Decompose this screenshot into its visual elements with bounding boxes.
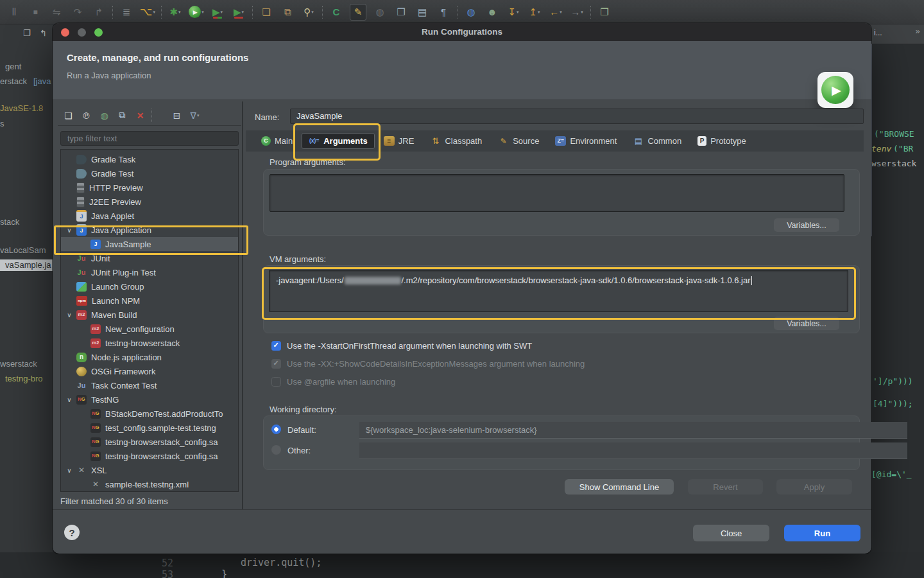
program-variables-button[interactable]: Variables... — [774, 218, 839, 232]
export-config-icon[interactable]: ◍▾ — [98, 109, 111, 122]
chevron-down-icon[interactable]: ∨ — [62, 227, 76, 234]
tree-item[interactable]: New_configuration — [61, 322, 238, 336]
step-over-icon[interactable]: ↷▾ — [70, 4, 85, 20]
tree-item[interactable]: testng-browserstack_config.sa — [61, 435, 238, 449]
tree-item[interactable]: BStackDemoTest.addProductTo — [61, 407, 238, 421]
vm-variables-button[interactable]: Variables... — [774, 317, 839, 330]
tree-item-icon — [76, 466, 87, 475]
editor-tab[interactable]: i... — [874, 28, 882, 37]
show-whitespace-icon[interactable]: ¶▾ — [436, 4, 451, 20]
other-directory-field[interactable] — [359, 442, 907, 459]
text-cursor — [751, 276, 753, 285]
new-project-icon[interactable]: ❏▾ — [259, 4, 274, 20]
tree-item[interactable]: J2EE Preview — [61, 195, 238, 209]
prev-annotation-icon[interactable]: ↥▾ — [527, 4, 542, 20]
tab-prototype[interactable]: Prototype — [690, 133, 753, 149]
filter-input[interactable]: type filter text — [60, 131, 239, 146]
duplicate-config-icon[interactable]: ⧉▾ — [116, 109, 129, 122]
chevron-down-icon[interactable]: ∨ — [62, 396, 76, 403]
collapse-all-icon[interactable]: ⊟▾ — [170, 109, 184, 122]
tab-jre[interactable]: JRE — [377, 133, 422, 149]
checkbox[interactable] — [271, 359, 281, 369]
footer-divider — [53, 509, 871, 510]
last-edit-location-icon[interactable]: ❐▾ — [597, 4, 612, 20]
checkbox[interactable] — [271, 377, 281, 387]
tree-item[interactable]: Launch Group — [61, 279, 238, 293]
tree-item[interactable]: Java Applet — [61, 209, 238, 223]
search-icon[interactable]: ⚲▾ — [301, 4, 316, 20]
next-annotation-icon[interactable]: ↧▾ — [506, 4, 521, 20]
tree-item[interactable]: testng-browserstack — [61, 336, 238, 350]
run-button[interactable]: Run — [784, 525, 860, 541]
tree-item[interactable]: JUnit Plug-in Test — [61, 265, 238, 279]
show-command-line-button[interactable]: Show Command Line — [565, 479, 674, 495]
tab-common[interactable]: Common — [626, 133, 689, 149]
tab-icon — [697, 136, 706, 146]
pause-icon[interactable]: Ⅱ▾ — [6, 4, 22, 20]
tree-item[interactable]: testng-browserstack_config.sa — [61, 449, 238, 463]
tree-item[interactable]: test_config.sample-test.testng — [61, 421, 238, 435]
external-browser-icon[interactable]: ◍▾ — [372, 4, 388, 20]
open-declaration-icon[interactable]: ❐▾ — [393, 4, 409, 20]
debug-icon[interactable]: ✱▾ — [167, 4, 183, 20]
tree-item[interactable]: Task Context Test — [61, 378, 238, 392]
tree-item-label: OSGi Framework — [91, 367, 155, 376]
highlighter-icon[interactable]: ✎▾ — [350, 4, 366, 21]
tree-item-label: Java Applet — [91, 211, 134, 221]
tree-item[interactable]: Node.js application — [61, 350, 238, 364]
delete-config-icon[interactable]: ✕▾ — [133, 109, 147, 122]
name-input[interactable]: JavaSample — [290, 109, 864, 124]
new-prototype-icon[interactable]: ℗▾ — [80, 109, 93, 122]
tree-item[interactable]: Launch NPM — [61, 293, 238, 308]
tree-item-label: BStackDemoTest.addProductTo — [105, 409, 223, 419]
tab-environment[interactable]: Environment — [548, 133, 624, 149]
web-browser-icon[interactable]: ◍▾ — [463, 4, 479, 20]
outline-icon[interactable]: ▤▾ — [415, 4, 430, 20]
new-class-icon[interactable]: C▾ — [329, 4, 344, 20]
coverage-icon[interactable]: ▶▾ — [210, 4, 225, 20]
checkbox[interactable] — [271, 341, 281, 351]
tree-item[interactable]: HTTP Preview — [61, 180, 238, 195]
tab-source[interactable]: Source — [491, 133, 546, 149]
default-radio[interactable] — [271, 425, 281, 434]
chevron-down-icon[interactable]: ∨ — [62, 467, 76, 474]
filter-icon[interactable]: ∇▾ — [188, 109, 201, 122]
program-arguments-textarea[interactable] — [270, 174, 844, 212]
apply-button[interactable]: Apply — [776, 479, 852, 495]
revert-button[interactable]: Revert — [688, 479, 763, 495]
stop-icon[interactable]: ■▾ — [28, 4, 43, 20]
tree-item[interactable]: sample-test.testng.xml — [61, 477, 238, 491]
tree-item[interactable]: Gradle Task — [61, 152, 238, 166]
tree-item[interactable]: ∨ XSL — [61, 463, 238, 477]
back-icon[interactable]: ←▾ — [548, 4, 563, 20]
tree-item[interactable]: ∨ Java Application — [61, 223, 238, 237]
run-last-tool-icon[interactable]: ⌥▾ — [140, 4, 155, 20]
run-icon[interactable]: ▶▾ — [189, 4, 204, 20]
tree-item[interactable]: JUnit — [61, 251, 238, 265]
tab-overflow-chevrons[interactable]: » — [915, 26, 920, 36]
tab-main[interactable]: Main — [254, 133, 300, 149]
tree-item[interactable]: ∨ Maven Build — [61, 308, 238, 322]
new-launch-config-icon[interactable]: ❏▾ — [62, 109, 75, 122]
tree-item-icon — [76, 310, 87, 320]
tab-classpath[interactable]: Classpath — [423, 133, 489, 149]
forward-icon[interactable]: →▾ — [569, 4, 585, 20]
close-button[interactable]: Close — [693, 525, 769, 541]
tree-item[interactable]: OSGi Framework — [61, 364, 238, 378]
help-button[interactable]: ? — [64, 525, 80, 540]
other-radio[interactable] — [271, 445, 281, 455]
open-element-icon[interactable]: ⧉▾ — [280, 4, 295, 20]
tab-arguments[interactable]: Arguments — [302, 133, 375, 149]
tree-item[interactable]: Gradle Test — [61, 166, 238, 180]
bg-text-fragment: testng-bro — [5, 374, 43, 383]
view-menu-icon[interactable]: ≣▾ — [119, 4, 134, 20]
step-return-icon[interactable]: ↱▾ — [91, 4, 107, 20]
disconnect-icon[interactable]: ⇋▾ — [49, 4, 64, 20]
vm-arguments-textarea[interactable]: -javaagent:/Users//.m2/repository/com/br… — [269, 270, 848, 312]
team-sync-icon[interactable]: ☻▾ — [484, 4, 500, 20]
tree-item[interactable]: ∨ TestNG — [61, 392, 238, 407]
chevron-down-icon[interactable]: ∨ — [62, 311, 76, 319]
profile-icon[interactable]: ▶▾ — [231, 4, 246, 20]
tree-item[interactable]: JavaSample — [61, 237, 238, 251]
dialog-titlebar[interactable]: Run Configurations — [53, 23, 871, 41]
